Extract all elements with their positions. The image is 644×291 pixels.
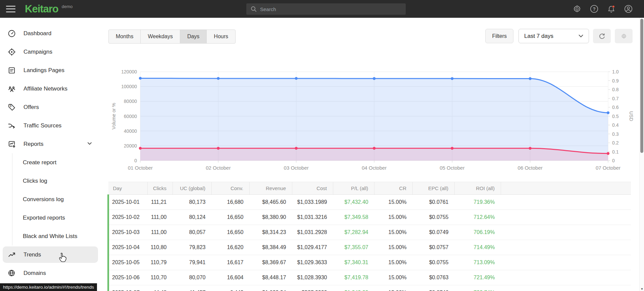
tab-hours[interactable]: Hours	[206, 30, 235, 43]
notifications-bell-icon[interactable]	[607, 4, 616, 13]
table-cell: 16,620	[212, 240, 250, 255]
svg-text:0.7: 0.7	[612, 96, 619, 101]
offers-icon: $	[8, 103, 16, 111]
help-icon[interactable]: ?	[590, 4, 599, 13]
sidebar-item-traffic-sources[interactable]: Traffic Sources	[0, 116, 101, 135]
column-header[interactable]: EPC (all)	[413, 182, 455, 195]
reports-submenu: Create report Clicks log Conversions log…	[12, 153, 101, 245]
domains-icon	[8, 269, 16, 277]
table-cell: 41,457	[173, 285, 212, 291]
dashboard-icon	[8, 30, 16, 38]
column-header[interactable]: CR	[375, 182, 413, 195]
svg-text:100000: 100000	[121, 84, 137, 89]
table-cell: 706.19%	[455, 225, 501, 240]
app-logo: Keitaro	[25, 3, 58, 15]
campaigns-icon	[8, 48, 16, 56]
sidebar-item-landing-pages[interactable]: Landings Pages	[0, 61, 101, 79]
column-header[interactable]: Revenue	[250, 182, 292, 195]
sidebar-item-offers[interactable]: $ Offers	[0, 98, 101, 116]
settings-gear-icon[interactable]	[573, 4, 582, 13]
refresh-button[interactable]	[593, 29, 611, 43]
tab-days[interactable]: Days	[180, 30, 206, 43]
sidebar-item-create-report[interactable]: Create report	[12, 153, 101, 172]
table-row: 2025-10-0744,4841,4576,443$1,033.34$527.…	[108, 285, 631, 291]
column-header[interactable]: ROI (all)	[455, 182, 501, 195]
sidebar-item-black-white-lists[interactable]: Black and White Lists	[12, 227, 101, 245]
date-range-select[interactable]: Last 7 days	[518, 29, 589, 43]
sidebar-item-conversions-log[interactable]: Conversions log	[12, 190, 101, 209]
table-cell: 15.00%	[375, 255, 413, 270]
table-header-row: DayClicksUC (global)Conv.RevenueCostP/L …	[108, 182, 631, 195]
table-cell: 80,124	[173, 210, 212, 225]
sidebar-item-reports[interactable]: Reports	[0, 135, 101, 153]
filters-button[interactable]: Filters	[485, 29, 513, 43]
table-cell: $1,031.3216	[292, 210, 333, 225]
table-cell: $1,033.34	[250, 285, 292, 291]
trends-table: DayClicksUC (global)Conv.RevenueCostP/L …	[107, 182, 631, 291]
table-cell	[501, 210, 631, 225]
table-cell: 15.00%	[375, 270, 413, 285]
scrollbar-thumb[interactable]	[640, 19, 643, 153]
table-cell: $8,465.60	[250, 195, 292, 210]
table-cell	[501, 270, 631, 285]
table-cell: 2025-10-02	[108, 210, 148, 225]
svg-text:0: 0	[612, 158, 615, 163]
table-cell: 16,617	[212, 255, 250, 270]
table-cell: 719.36%	[455, 195, 501, 210]
table-cell: 16,650	[212, 225, 250, 240]
landing-pages-icon	[8, 66, 16, 74]
svg-text:0.8: 0.8	[612, 87, 619, 92]
table-body: 2025-10-01111,2180,17316,680$8,465.60$1,…	[108, 195, 631, 291]
env-label: demo	[62, 4, 73, 9]
account-icon[interactable]	[624, 4, 633, 13]
sidebar-item-affiliate-networks[interactable]: Affiliate Networks	[0, 79, 101, 98]
table-cell: $0.0761	[413, 195, 455, 210]
table-cell: 79,941	[173, 255, 212, 270]
column-header[interactable]: P/L (all)	[333, 182, 375, 195]
column-header[interactable]: Clicks	[148, 182, 173, 195]
hamburger-menu-icon[interactable]	[6, 6, 15, 12]
table-cell: 44,48	[148, 285, 173, 291]
sidebar-item-clicks-log[interactable]: Clicks log	[12, 172, 101, 190]
column-header[interactable]: Day	[108, 182, 148, 195]
table-cell: $7,340.31	[333, 255, 375, 270]
chart-settings-button[interactable]	[615, 29, 633, 43]
scrollbar-down-arrow[interactable]: ▼	[640, 287, 644, 291]
table-cell: $1,033.1989	[292, 195, 333, 210]
vertical-scrollbar[interactable]: ▼	[639, 18, 644, 291]
table-cell: 15.00%	[375, 240, 413, 255]
table-cell: $1,029.3633	[292, 255, 333, 270]
svg-text:Volume or %: Volume or %	[111, 103, 116, 129]
column-header[interactable]: Conv.	[212, 182, 250, 195]
svg-text:?: ?	[593, 6, 596, 12]
table-cell: 15.00%	[375, 225, 413, 240]
sidebar: Dashboard Campaigns Landings Pages Affil…	[0, 18, 101, 291]
search-bar[interactable]	[246, 3, 406, 15]
column-header[interactable]: Cost	[292, 182, 333, 195]
svg-text:0.1: 0.1	[612, 149, 619, 155]
sidebar-item-campaigns[interactable]: Campaigns	[0, 43, 101, 61]
sidebar-item-dashboard[interactable]: Dashboard	[0, 24, 101, 43]
search-input[interactable]	[260, 6, 406, 12]
svg-text:40000: 40000	[124, 128, 137, 134]
chevron-down-icon	[579, 35, 583, 38]
main-content: Months Weekdays Days Hours Filters Last …	[101, 18, 644, 291]
table-cell: 79,823	[173, 240, 212, 255]
table-cell: $8,380.90	[250, 210, 292, 225]
table-cell: $1,343.33	[333, 285, 375, 291]
table-cell: $1,028.3930	[292, 270, 333, 285]
table-cell: $8,384.49	[250, 240, 292, 255]
table-row: 2025-10-04110,8079,82316,620$8,384.49$1,…	[108, 240, 631, 255]
column-header[interactable]: UC (global)	[173, 182, 212, 195]
sidebar-item-exported-reports[interactable]: Exported reports	[12, 209, 101, 227]
reports-icon	[8, 140, 16, 148]
table-cell: 2025-10-03	[108, 225, 148, 240]
tab-weekdays[interactable]: Weekdays	[140, 30, 180, 43]
table-cell: $0.0746	[413, 285, 455, 291]
sidebar-item-domains[interactable]: Domains	[0, 264, 101, 282]
table-cell: $7,355.07	[333, 240, 375, 255]
svg-text:0.9: 0.9	[612, 78, 619, 83]
sidebar-item-trends[interactable]: Trends	[3, 246, 98, 263]
tab-months[interactable]: Months	[109, 30, 140, 43]
table-cell	[501, 240, 631, 255]
